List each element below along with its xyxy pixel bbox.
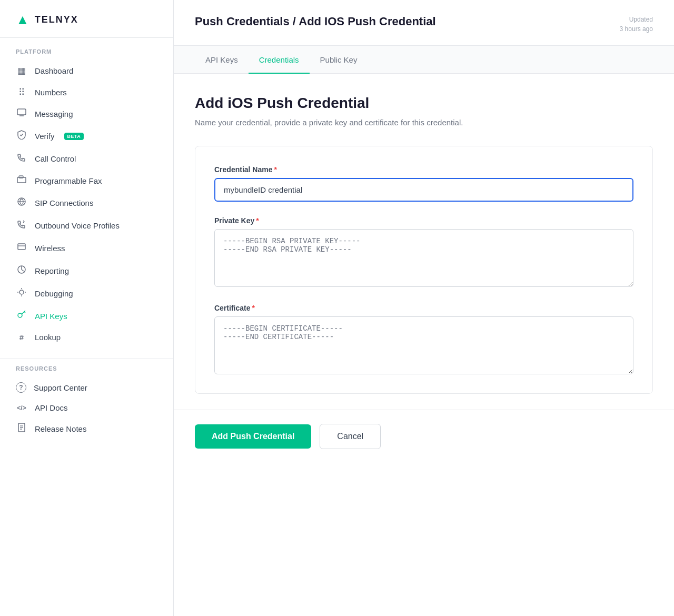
private-key-label: Private Key * — [214, 216, 633, 225]
form-title: Add iOS Push Credential — [195, 95, 653, 112]
numbers-icon: ⠿ — [16, 87, 27, 98]
sidebar-item-label: Outbound Voice Profiles — [35, 221, 120, 230]
sidebar-item-support-center[interactable]: ? Support Center — [0, 377, 173, 398]
sidebar-item-label: Dashboard — [35, 66, 73, 75]
tab-api-keys[interactable]: API Keys — [195, 46, 249, 74]
sidebar-item-label: Numbers — [35, 88, 67, 97]
call-control-icon — [16, 153, 27, 165]
sidebar-item-label: Verify — [35, 132, 55, 141]
dashboard-icon: ▦ — [16, 65, 27, 76]
sip-connections-icon — [16, 197, 27, 209]
lookup-icon: # — [16, 333, 27, 342]
certificate-label: Certificate * — [214, 304, 633, 312]
form-card: Credential Name * Private Key * -----BEG… — [195, 146, 653, 394]
api-docs-icon: </> — [16, 404, 27, 412]
sidebar-logo: ▲ TELNYX — [0, 0, 173, 38]
resources-section-label: RESOURCES — [0, 365, 173, 377]
release-notes-icon — [16, 423, 27, 435]
sidebar-item-api-docs[interactable]: </> API Docs — [0, 398, 173, 418]
private-key-group: Private Key * -----BEGIN RSA PRIVATE KEY… — [214, 216, 633, 289]
private-key-textarea[interactable]: -----BEGIN RSA PRIVATE KEY----- -----END… — [214, 229, 633, 287]
messaging-icon — [16, 108, 27, 120]
sidebar-item-label: API Keys — [35, 312, 67, 321]
required-star: * — [252, 304, 254, 312]
api-keys-icon — [16, 310, 27, 322]
sidebar-item-call-control[interactable]: Call Control — [0, 147, 173, 170]
updated-label: Updated — [629, 16, 653, 23]
form-description: Name your credential, provide a private … — [195, 118, 653, 127]
add-push-credential-button[interactable]: Add Push Credential — [195, 424, 311, 449]
telnyx-logo-icon: ▲ — [16, 12, 29, 28]
svg-rect-2 — [19, 176, 23, 178]
top-header: Push Credentials / Add IOS Push Credenti… — [174, 0, 674, 46]
verify-icon — [16, 130, 27, 142]
sidebar-item-label: Release Notes — [35, 424, 86, 433]
updated-time: 3 hours ago — [620, 25, 653, 33]
sidebar-item-label: Call Control — [35, 154, 76, 163]
credential-name-label: Credential Name * — [214, 165, 633, 174]
tabs-bar: API Keys Credentials Public Key — [174, 46, 674, 74]
debugging-icon — [16, 287, 27, 300]
sidebar-item-lookup[interactable]: # Lookup — [0, 327, 173, 347]
sidebar-item-label: API Docs — [35, 403, 68, 412]
resources-nav: ? Support Center </> API Docs Release No… — [0, 377, 173, 445]
certificate-group: Certificate * -----BEGIN CERTIFICATE----… — [214, 304, 633, 376]
required-star: * — [256, 216, 259, 225]
cancel-button[interactable]: Cancel — [320, 424, 381, 449]
required-star: * — [274, 165, 276, 174]
sidebar-item-label: Reporting — [35, 266, 69, 275]
main-content: Push Credentials / Add IOS Push Credenti… — [174, 0, 674, 616]
programmable-fax-icon — [16, 175, 27, 186]
svg-point-7 — [19, 290, 24, 294]
reporting-icon — [16, 265, 27, 277]
sidebar-item-label: Support Center — [34, 383, 87, 392]
platform-nav: ▦ Dashboard ⠿ Numbers Messaging Verify B… — [0, 60, 173, 352]
sidebar-item-debugging[interactable]: Debugging — [0, 282, 173, 305]
telnyx-logo-text: TELNYX — [35, 14, 78, 25]
tab-public-key[interactable]: Public Key — [310, 46, 368, 74]
sidebar-item-label: Lookup — [35, 333, 61, 342]
beta-badge: BETA — [64, 133, 84, 140]
sidebar-item-verify[interactable]: Verify BETA — [0, 125, 173, 147]
svg-rect-0 — [17, 109, 26, 115]
updated-info: Updated 3 hours ago — [620, 15, 653, 34]
sidebar-item-outbound-voice-profiles[interactable]: Outbound Voice Profiles — [0, 214, 173, 237]
action-bar: Add Push Credential Cancel — [174, 410, 674, 463]
svg-point-12 — [18, 313, 22, 317]
platform-section-label: PLATFORM — [0, 48, 173, 60]
svg-rect-4 — [18, 244, 25, 250]
sidebar-item-api-keys[interactable]: API Keys — [0, 305, 173, 327]
sidebar-item-label: Messaging — [35, 110, 73, 118]
tab-credentials[interactable]: Credentials — [249, 46, 310, 74]
breadcrumb: Push Credentials / Add IOS Push Credenti… — [195, 15, 436, 28]
sidebar-item-label: Programmable Fax — [35, 176, 102, 185]
support-center-icon: ? — [16, 382, 26, 393]
sidebar: ▲ TELNYX PLATFORM ▦ Dashboard ⠿ Numbers … — [0, 0, 174, 616]
credential-name-group: Credential Name * — [214, 165, 633, 202]
credential-name-input[interactable] — [214, 178, 633, 202]
certificate-textarea[interactable]: -----BEGIN CERTIFICATE----- -----END CER… — [214, 316, 633, 374]
sidebar-item-reporting[interactable]: Reporting — [0, 260, 173, 282]
sidebar-item-dashboard[interactable]: ▦ Dashboard — [0, 60, 173, 82]
sidebar-item-label: SIP Connections — [35, 198, 93, 207]
form-content: Add iOS Push Credential Name your creden… — [174, 74, 674, 410]
sidebar-item-release-notes[interactable]: Release Notes — [0, 418, 173, 440]
sidebar-item-sip-connections[interactable]: SIP Connections — [0, 192, 173, 214]
outbound-voice-icon — [16, 220, 27, 232]
sidebar-item-label: Wireless — [35, 244, 65, 253]
sidebar-item-label: Debugging — [35, 289, 73, 298]
sidebar-item-programmable-fax[interactable]: Programmable Fax — [0, 170, 173, 192]
sidebar-item-wireless[interactable]: Wireless — [0, 237, 173, 260]
sidebar-item-messaging[interactable]: Messaging — [0, 103, 173, 125]
wireless-icon — [16, 242, 27, 254]
sidebar-item-numbers[interactable]: ⠿ Numbers — [0, 82, 173, 103]
